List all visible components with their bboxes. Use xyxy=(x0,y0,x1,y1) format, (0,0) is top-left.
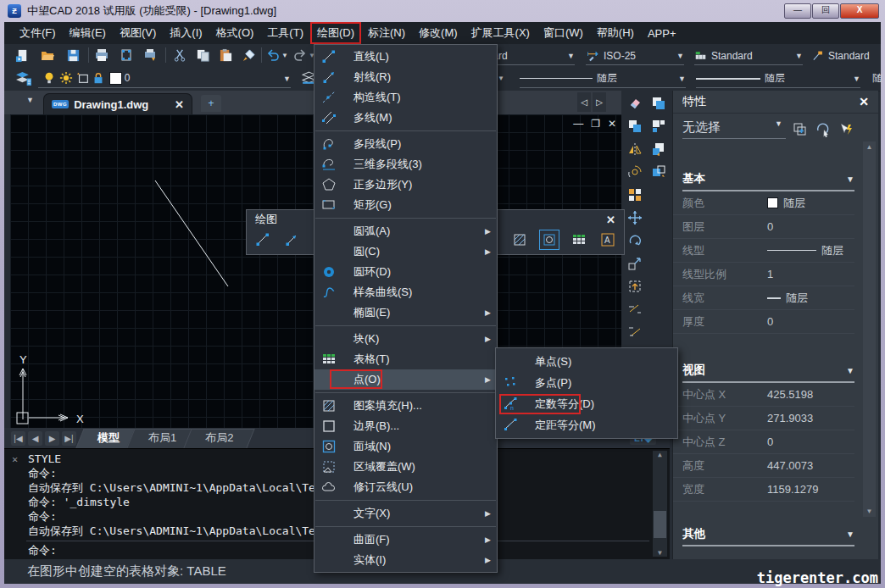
mirror-icon[interactable] xyxy=(626,139,645,158)
linetype-dropdown[interactable]: 随层 ▼ xyxy=(520,69,686,88)
property-row-linetype[interactable]: 线型 随层 xyxy=(673,239,854,263)
submenu-item-single-point[interactable]: 单点(S) xyxy=(496,351,677,372)
submenu-item-divide[interactable]: n 定数等分(D) xyxy=(496,393,677,414)
menu-item-ellipse[interactable]: 椭圆(E)▶ xyxy=(314,302,497,323)
chevron-down-icon[interactable]: ▼ xyxy=(283,75,291,83)
menu-item-donut[interactable]: 圆环(D) xyxy=(314,262,497,282)
menu-draw[interactable]: 绘图(D) xyxy=(310,22,361,44)
next-tab-icon[interactable]: ▶ xyxy=(45,431,59,446)
menu-item-revision-cloud[interactable]: 修订云线(U) xyxy=(314,477,497,497)
last-tab-icon[interactable]: ▶| xyxy=(62,431,76,446)
save-icon[interactable] xyxy=(64,46,82,64)
extend-icon[interactable] xyxy=(626,322,645,341)
dim-style-dropdown[interactable]: ISO-25▼ xyxy=(586,47,684,65)
scale-icon[interactable] xyxy=(626,253,645,273)
stretch-icon[interactable] xyxy=(626,276,645,296)
property-row-linetype-scale[interactable]: 线型比例 1 xyxy=(673,263,854,286)
paste-block-icon[interactable] xyxy=(649,162,669,181)
menu-file[interactable]: 文件(F) xyxy=(13,22,63,44)
menu-item-wipeout[interactable]: 区域覆盖(W) xyxy=(314,457,497,477)
close-icon[interactable]: ✕ xyxy=(859,95,869,108)
section-view-header[interactable]: 视图▼ xyxy=(682,360,854,383)
line-icon[interactable] xyxy=(253,230,272,249)
close-button[interactable]: X xyxy=(840,3,879,19)
document-tab[interactable]: DWG Drawing1.dwg ✕ xyxy=(43,93,192,114)
chevron-down-icon[interactable]: ▼ xyxy=(775,119,782,136)
menu-format[interactable]: 格式(O) xyxy=(209,22,261,44)
menu-item-hatch[interactable]: 图案填充(H)... xyxy=(314,396,497,416)
quick-select-icon[interactable] xyxy=(791,120,809,138)
property-row-lineweight[interactable]: 线宽 随层 xyxy=(673,286,854,310)
plot-icon[interactable] xyxy=(142,46,160,64)
menu-window[interactable]: 窗口(W) xyxy=(537,22,590,44)
menu-item-polygon[interactable]: 正多边形(Y) xyxy=(314,175,497,195)
undo-dropdown-icon[interactable]: ▼ xyxy=(281,46,289,64)
menu-item-point[interactable]: 点(O) ▶ xyxy=(314,369,497,390)
command-scrollbar[interactable]: ▲ ▼ xyxy=(653,451,667,557)
menu-modify[interactable]: 修改(M) xyxy=(412,22,465,44)
lineweight-dropdown[interactable]: 随层 ▼ xyxy=(696,69,860,88)
menu-item-multiline[interactable]: 多线(M) xyxy=(314,108,497,128)
scroll-down-icon[interactable]: ▼ xyxy=(658,549,662,557)
tab-layout1[interactable]: 布局1 xyxy=(134,428,191,448)
menu-item-text[interactable]: 文字(X)▶ xyxy=(314,503,497,524)
chevron-down-icon[interactable]: ▼ xyxy=(853,75,860,83)
table-icon[interactable] xyxy=(570,230,588,249)
menu-insert[interactable]: 插入(I) xyxy=(163,22,209,44)
properties-titlebar[interactable]: 特性 ✕ xyxy=(673,91,878,114)
open-icon[interactable] xyxy=(38,46,57,64)
prev-tab-icon[interactable]: ◀ xyxy=(28,431,42,446)
scrollbar-track[interactable] xyxy=(653,458,667,549)
menu-item-table[interactable]: 表格(T) xyxy=(314,349,497,369)
move-icon[interactable] xyxy=(626,208,645,227)
menu-item-solid[interactable]: 实体(I)▶ xyxy=(314,550,497,570)
chevron-down-icon[interactable]: ▼ xyxy=(567,52,575,60)
region-icon[interactable] xyxy=(539,230,559,250)
menu-item-block[interactable]: 块(K)▶ xyxy=(314,329,497,349)
property-row-color[interactable]: 颜色 随层 xyxy=(673,191,854,215)
scroll-left-icon[interactable]: ◁ xyxy=(577,92,591,112)
property-row-center-z[interactable]: 中心点 Z 0 xyxy=(673,430,854,454)
collapse-icon[interactable]: ▼ xyxy=(846,530,854,539)
scrollbar-thumb[interactable] xyxy=(654,511,666,538)
menu-tools[interactable]: 工具(T) xyxy=(260,22,310,44)
chevron-down-icon[interactable]: ▼ xyxy=(678,75,686,83)
tab-layout2[interactable]: 布局2 xyxy=(191,428,248,448)
new-icon[interactable] xyxy=(13,46,31,64)
menu-item-boundary[interactable]: 边界(B)... xyxy=(314,416,497,436)
print-preview-icon[interactable] xyxy=(117,46,136,64)
copy-icon[interactable] xyxy=(193,46,212,64)
menu-item-construction-line[interactable]: 构造线(T) xyxy=(314,87,497,108)
minimize-button[interactable]: — xyxy=(784,3,811,19)
erase-icon[interactable] xyxy=(626,93,645,113)
menu-view[interactable]: 视图(V) xyxy=(113,22,163,44)
menu-help[interactable]: 帮助(H) xyxy=(590,22,641,44)
layer-dropdown[interactable]: ▼ xyxy=(38,69,291,88)
command-close-icon[interactable]: ✕ xyxy=(12,453,18,465)
collapse-icon[interactable]: ▼ xyxy=(846,366,854,375)
property-row-thickness[interactable]: 厚度 0 xyxy=(673,310,854,334)
menu-item-arc[interactable]: 圆弧(A)▶ xyxy=(314,221,497,241)
redo-icon[interactable] xyxy=(292,46,308,64)
section-basic-header[interactable]: 基本▼ xyxy=(682,169,854,191)
offset-icon[interactable] xyxy=(626,162,645,181)
paste-clip-icon[interactable] xyxy=(649,139,669,158)
menu-express-tools[interactable]: 扩展工具(X) xyxy=(465,22,537,44)
scroll-down-icon[interactable]: ▼ xyxy=(863,508,876,515)
selection-dropdown[interactable]: 无选择▼ xyxy=(682,119,786,139)
copy-object-icon[interactable] xyxy=(626,116,645,136)
tab-model[interactable]: 模型 xyxy=(83,428,134,448)
table-style-dropdown[interactable]: Standard▼ xyxy=(694,47,803,65)
property-row-height[interactable]: 高度 447.0073 xyxy=(673,454,854,478)
tab-close-icon[interactable]: ✕ xyxy=(175,98,184,111)
trim-icon[interactable] xyxy=(626,299,645,319)
maximize-button[interactable]: 回 xyxy=(812,3,839,19)
copy-clip-icon[interactable] xyxy=(649,93,669,113)
chevron-down-icon[interactable]: ▼ xyxy=(795,52,803,60)
undo-icon[interactable] xyxy=(265,46,281,64)
menu-item-rectangle[interactable]: 矩形(G) xyxy=(314,195,497,215)
copy-base-icon[interactable] xyxy=(649,116,669,136)
menu-item-spline[interactable]: 样条曲线(S) xyxy=(314,282,497,302)
cut-icon[interactable] xyxy=(170,46,189,64)
layer-properties-icon[interactable] xyxy=(14,69,33,87)
